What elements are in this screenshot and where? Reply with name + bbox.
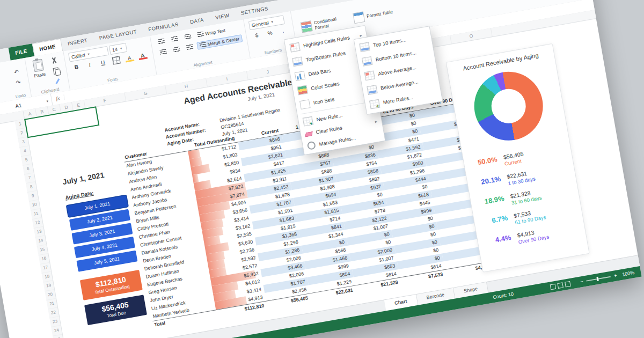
mi-topbottom-icon: [292, 56, 303, 67]
conditional-format-icon: [300, 20, 312, 33]
zoom-in-icon[interactable]: +: [613, 273, 617, 279]
spreadsheet-window: FILE HOMEINSERTPAGE LAYOUTFORMULASDATAVI…: [0, 0, 642, 338]
mi-highlight-icon: [289, 42, 301, 52]
wrap-text-label: Wrap Text: [204, 27, 225, 36]
paste-button[interactable]: Paste: [30, 57, 49, 90]
normal-view-icon[interactable]: [550, 284, 557, 290]
currency-format-button[interactable]: $: [250, 30, 264, 41]
page-layout-view-icon[interactable]: [558, 282, 564, 289]
menu-item-label: Clear Rules: [316, 124, 343, 135]
format-table-icon: [353, 11, 365, 24]
legend-percent: 6.7%: [481, 214, 508, 226]
zoom-slider[interactable]: [586, 276, 611, 282]
zoom-out-icon[interactable]: −: [580, 279, 583, 285]
undo-icon[interactable]: ↶: [10, 67, 23, 78]
fill-color-button[interactable]: A: [123, 52, 136, 63]
bold-button[interactable]: B: [70, 62, 83, 73]
borders-button[interactable]: [109, 55, 123, 66]
font-color-button[interactable]: A: [136, 50, 149, 61]
paste-icon: [32, 59, 44, 72]
menu-item-label: Icon Sets: [313, 96, 335, 106]
font-name-value: Calibri: [71, 52, 85, 60]
submenu-item-label: More Rules...: [383, 94, 414, 106]
font-size-value: 14: [112, 46, 118, 53]
total-due-card: $56,405 Total Due: [84, 295, 147, 325]
font-size-select[interactable]: 14: [109, 43, 127, 55]
mi-iconsets-icon: [299, 99, 311, 109]
mi-highlight-icon: [364, 70, 376, 80]
menu-item-label: Data Bars: [308, 67, 332, 77]
conditional-format-label: Conditional Format: [313, 14, 345, 30]
legend-entry: $21,32831 to 60 days: [510, 188, 542, 206]
menu-item-label: New Rule...: [316, 112, 343, 122]
chart-title: Account Receivable by Aging: [448, 49, 554, 75]
legend-entry: $22,6311 to 30 days: [506, 168, 536, 186]
align-middle-icon[interactable]: [168, 33, 181, 45]
mi-colorscale-icon: [297, 85, 308, 95]
cell-reference: A1: [15, 102, 22, 109]
row-number-gutter: 1234567891011121314151617181920212223242…: [14, 119, 67, 338]
fx-icon: fx: [52, 94, 65, 102]
chart-legend: 50.0%$56,405Current20.1%$22,6311 to 30 d…: [471, 143, 581, 258]
legend-percent: 4.4%: [485, 233, 512, 246]
legend-percent: 18.9%: [478, 194, 505, 207]
merge-center-icon: [199, 42, 206, 48]
mi-clear-icon: [305, 131, 312, 137]
menu-item-label: Manage Rules...: [319, 135, 356, 147]
page-break-view-icon[interactable]: [565, 281, 571, 288]
legend-entry: $56,405Current: [503, 150, 525, 166]
top-bottom-rules-submenu: Top 10 Items...Bottom 10 Items...Above A…: [354, 26, 443, 115]
align-center-icon[interactable]: [170, 44, 183, 55]
desktop-background: FILE HOMEINSERTPAGE LAYOUTFORMULASDATAVI…: [0, 0, 644, 338]
paste-label: Paste: [34, 71, 46, 79]
redo-icon[interactable]: ↷: [12, 77, 25, 89]
align-left-icon[interactable]: [157, 46, 170, 57]
sidebar-date-heading: July 1, 2021: [62, 167, 122, 186]
mi-new-icon: [303, 116, 314, 126]
submenu-item-label: Top 10 Items...: [372, 36, 406, 48]
format-painter-icon[interactable]: [51, 76, 64, 87]
mi-new-icon: [369, 99, 380, 109]
aging-date-list: July 1, 2021July 2, 2021July 3, 2021July…: [67, 195, 137, 272]
align-right-icon[interactable]: [183, 42, 196, 53]
mi-topbottom-icon: [359, 42, 370, 52]
underline-button[interactable]: U: [96, 57, 109, 68]
comma-format-button[interactable]: ,: [276, 25, 290, 36]
legend-entry: $4,913Over 90 Days: [517, 227, 550, 245]
merge-center-label: Merge & Center: [207, 36, 240, 47]
italic-button[interactable]: I: [83, 59, 97, 70]
legend-entry: $7,53361 to 90 Days: [513, 207, 546, 225]
ribbon-group-clipboard: Paste Clipboard: [25, 51, 70, 97]
legend-percent: 50.0%: [471, 155, 498, 167]
mi-manage-icon: [307, 141, 316, 150]
menu-item-label: Color Scales: [310, 80, 340, 91]
number-format-value: General: [251, 20, 269, 28]
donut-chart[interactable]: [469, 67, 548, 146]
percent-format-button[interactable]: %: [264, 27, 277, 39]
mi-topbottom-icon: [367, 85, 378, 95]
count-indicator: Count: 10: [492, 291, 514, 300]
mi-databars-icon: [295, 71, 306, 81]
format-table-label: Format Table: [366, 8, 397, 19]
name-box-caret-icon: [46, 97, 48, 103]
mi-topbottom-icon: [362, 56, 373, 66]
submenu-arrow-icon: ▸: [375, 119, 378, 124]
legend-percent: 20.1%: [474, 175, 501, 187]
cut-icon[interactable]: [47, 55, 61, 66]
total-outstanding-card: $112,810 Total Outstanding: [80, 270, 143, 300]
align-top-icon[interactable]: [155, 36, 168, 47]
copy-icon[interactable]: [49, 65, 63, 77]
align-bottom-icon[interactable]: [181, 31, 195, 42]
zoom-level: 100%: [621, 270, 634, 277]
wrap-text-icon: [197, 32, 204, 38]
